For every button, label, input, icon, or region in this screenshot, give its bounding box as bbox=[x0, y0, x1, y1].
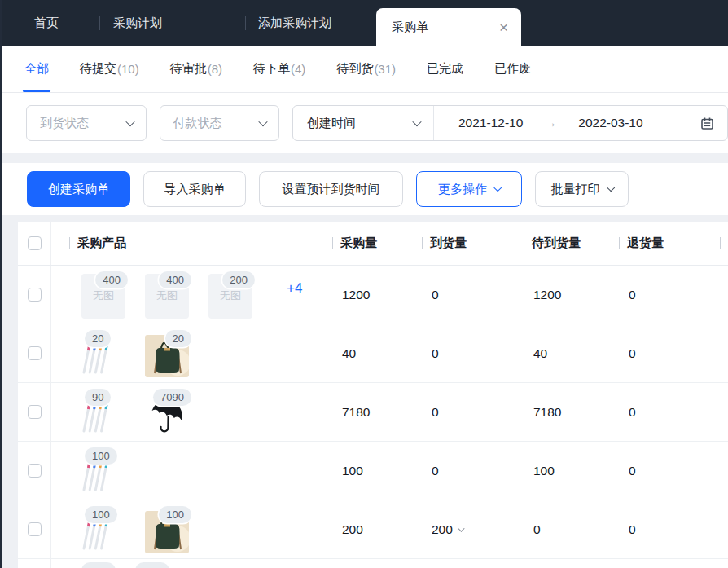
purchase-order-table-zone: 采购产品 采购量 到货量 待到货量 退货量 bbox=[0, 222, 728, 568]
column-divider bbox=[422, 237, 423, 249]
top-navbar: 首页 采购计划 添加采购计划 采购单 × bbox=[0, 0, 728, 46]
product-cell bbox=[51, 559, 332, 568]
row-checkbox-cell bbox=[18, 442, 51, 500]
product-item: 400 无图 bbox=[81, 271, 125, 319]
header-label: 到货量 bbox=[430, 236, 467, 251]
tab-label: 待提交 bbox=[80, 61, 116, 77]
returned-qty-cell: 0 bbox=[619, 346, 720, 361]
arrival-status-select[interactable]: 到货状态 bbox=[26, 105, 147, 141]
calendar-icon[interactable] bbox=[699, 116, 715, 131]
product-item: 100 bbox=[81, 447, 125, 495]
returned-qty-cell: 0 bbox=[619, 288, 720, 302]
table-row: 100 100 0 bbox=[18, 442, 728, 500]
quantity-badge: 400 bbox=[159, 271, 191, 288]
row-checkbox[interactable] bbox=[28, 522, 42, 536]
active-window-tab-purchase-order[interactable]: 采购单 × bbox=[376, 8, 521, 46]
header-returned-qty: 退货量 bbox=[619, 236, 720, 251]
row-checkbox[interactable] bbox=[28, 464, 42, 478]
tab-label: 待审批 bbox=[170, 61, 207, 77]
import-purchase-order-button[interactable]: 导入采购单 bbox=[143, 171, 246, 207]
end-date-input[interactable]: 2022-03-10 bbox=[578, 116, 642, 130]
product-item: 20 bbox=[145, 330, 189, 377]
purchase-qty-cell: 100 bbox=[332, 464, 422, 478]
section-divider bbox=[0, 215, 728, 222]
more-actions-label: 更多操作 bbox=[438, 182, 487, 197]
range-arrow-icon: → bbox=[544, 116, 557, 130]
quantity-badge: 100 bbox=[85, 506, 117, 523]
time-field-value: 创建时间 bbox=[307, 116, 356, 131]
header-next-column bbox=[720, 237, 728, 249]
product-item: 90 bbox=[81, 389, 125, 436]
pending-qty-cell: 7180 bbox=[524, 405, 619, 420]
tab-voided[interactable]: 已作废 bbox=[494, 46, 531, 92]
header-purchase-qty: 采购量 bbox=[332, 236, 422, 251]
select-all-checkbox[interactable] bbox=[28, 236, 42, 250]
column-divider bbox=[332, 237, 333, 249]
date-range-inputs: 2021-12-10 → 2022-03-10 bbox=[434, 106, 727, 140]
payment-status-select[interactable]: 付款状态 bbox=[160, 105, 280, 141]
status-tab-bar: 全部 待提交(10) 待审批(8) 待下单(4) 待到货(31) 已完成 已作废 bbox=[0, 46, 728, 93]
product-item: 100 bbox=[145, 506, 189, 553]
returned-qty-cell: 0 bbox=[619, 522, 720, 537]
tab-label: 全部 bbox=[24, 61, 49, 77]
time-field-select[interactable]: 创建时间 bbox=[293, 106, 434, 140]
quantity-badge: 100 bbox=[159, 506, 191, 523]
table-left-margin bbox=[0, 222, 18, 568]
pending-qty-cell: 0 bbox=[524, 522, 619, 537]
nav-item-purchase-plan[interactable]: 采购计划 bbox=[113, 15, 162, 31]
tab-pending-order[interactable]: 待下单(4) bbox=[253, 46, 305, 92]
header-label: 采购产品 bbox=[77, 236, 126, 251]
expand-more-products-link[interactable]: +4 bbox=[287, 280, 302, 297]
row-checkbox[interactable] bbox=[28, 288, 42, 302]
header-checkbox-cell bbox=[18, 222, 51, 265]
tab-label: 已完成 bbox=[427, 61, 463, 77]
start-date-input[interactable]: 2021-12-10 bbox=[458, 116, 523, 130]
tab-all[interactable]: 全部 bbox=[24, 46, 49, 92]
chevron-down-icon bbox=[125, 117, 134, 126]
window-left-edge bbox=[0, 0, 2, 568]
table-row: 90 7090 bbox=[18, 383, 728, 442]
tab-completed[interactable]: 已完成 bbox=[427, 46, 463, 92]
arrived-qty-cell: 0 bbox=[422, 464, 524, 478]
quantity-badge bbox=[135, 562, 169, 568]
date-range-filter: 创建时间 2021-12-10 → 2022-03-10 bbox=[292, 105, 728, 141]
more-actions-button[interactable]: 更多操作 bbox=[416, 171, 522, 207]
arrived-qty-cell: 0 bbox=[422, 288, 524, 302]
nav-item-add-purchase-plan[interactable]: 添加采购计划 bbox=[258, 15, 331, 31]
create-purchase-order-button[interactable]: 创建采购单 bbox=[27, 171, 130, 207]
close-icon[interactable]: × bbox=[499, 20, 508, 35]
row-checkbox[interactable] bbox=[28, 346, 42, 360]
column-divider bbox=[69, 237, 70, 249]
quantity-badge bbox=[81, 562, 116, 568]
nav-divider bbox=[99, 16, 100, 30]
column-divider bbox=[524, 237, 524, 249]
product-cell: 400 无图 400 无图 200 无图 +4 bbox=[51, 271, 332, 319]
row-checkbox[interactable] bbox=[28, 405, 42, 419]
purchase-qty-cell: 40 bbox=[332, 346, 422, 361]
product-item: 100 bbox=[81, 506, 125, 553]
batch-print-label: 批量打印 bbox=[551, 182, 600, 197]
tab-pending-arrival[interactable]: 待到货(31) bbox=[336, 46, 396, 92]
quantity-badge: 90 bbox=[85, 389, 111, 406]
chevron-down-icon bbox=[493, 183, 502, 192]
chevron-down-icon bbox=[258, 117, 267, 126]
tab-pending-approval[interactable]: 待审批(8) bbox=[170, 46, 222, 92]
header-label: 采购量 bbox=[340, 236, 377, 251]
filter-bar: 到货状态 付款状态 创建时间 2021-12-10 → 2022-03-10 bbox=[0, 93, 728, 153]
row-checkbox-cell bbox=[18, 266, 51, 324]
row-checkbox-cell bbox=[18, 383, 51, 441]
expand-arrived-qty-icon[interactable] bbox=[458, 525, 464, 531]
nav-item-home[interactable]: 首页 bbox=[34, 15, 59, 31]
set-eta-button[interactable]: 设置预计到货时间 bbox=[259, 171, 403, 207]
tab-pending-submit[interactable]: 待提交(10) bbox=[80, 46, 139, 92]
arrived-qty-cell: 0 bbox=[422, 346, 524, 361]
tab-label: 待下单 bbox=[253, 61, 290, 77]
active-tab-label: 采购单 bbox=[392, 20, 428, 35]
arrived-qty-cell: 0 bbox=[422, 405, 524, 420]
batch-print-button[interactable]: 批量打印 bbox=[535, 171, 629, 207]
chevron-down-icon bbox=[412, 117, 421, 126]
quantity-badge: 100 bbox=[85, 447, 117, 465]
header-arrived-qty: 到货量 bbox=[422, 236, 524, 251]
no-image-label: 无图 bbox=[93, 288, 114, 303]
payment-status-placeholder: 付款状态 bbox=[173, 116, 222, 131]
